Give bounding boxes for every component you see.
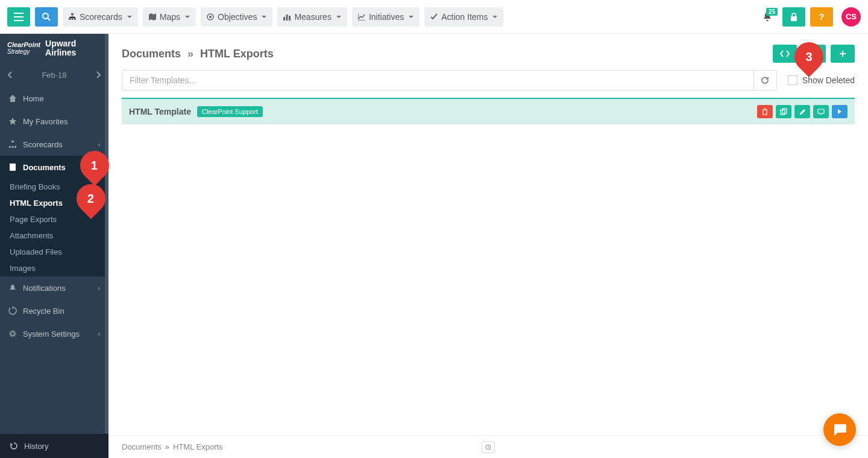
svg-rect-8	[286, 14, 288, 21]
svg-rect-7	[283, 17, 285, 21]
caret-icon	[336, 16, 341, 18]
lock-icon	[790, 13, 797, 21]
show-deleted-toggle[interactable]: Show Deleted	[788, 75, 855, 85]
chevron-left-icon: ‹	[98, 285, 100, 291]
sidebar-subitem-images[interactable]: Images	[0, 260, 108, 276]
sidebar-item-home[interactable]: Home	[0, 87, 108, 110]
period-prev[interactable]	[7, 71, 12, 78]
gear-icon	[8, 329, 17, 338]
caret-icon	[185, 16, 190, 18]
menu-action-items[interactable]: Action Items	[424, 7, 503, 27]
code-icon	[780, 49, 790, 58]
svg-rect-20	[818, 109, 824, 113]
caret-icon	[262, 16, 266, 18]
breadcrumb-sep: »	[187, 48, 193, 60]
history-icon	[10, 442, 18, 450]
footer-sep: »	[165, 442, 169, 451]
sidebar-item-label: Recycle Bin	[23, 307, 64, 316]
history-button[interactable]: History	[0, 434, 108, 458]
sidebar-item-notifications[interactable]: Notifications ‹	[0, 276, 108, 299]
help-button[interactable]: ?	[810, 7, 833, 27]
map-icon	[149, 13, 156, 21]
preview-button[interactable]	[813, 105, 829, 118]
checkbox[interactable]	[788, 75, 797, 85]
chart-icon	[358, 13, 365, 21]
avatar[interactable]: CS	[841, 7, 861, 27]
footer-current: HTML Exports	[173, 442, 223, 451]
svg-rect-9	[289, 16, 291, 21]
template-list: HTML Template ClearPoint Support	[122, 98, 855, 124]
page-header: Documents » HTML Exports	[108, 34, 868, 70]
run-button[interactable]	[832, 105, 848, 118]
sidebar-item-label: Home	[23, 94, 44, 103]
clock-button[interactable]	[482, 441, 495, 453]
refresh-icon	[761, 76, 769, 84]
sidebar: ClearPoint Strategy Upward Airlines Feb-…	[0, 34, 108, 458]
search-button[interactable]	[35, 7, 58, 27]
row-title: HTML Template	[129, 107, 191, 116]
export-button[interactable]	[773, 45, 797, 63]
brand-name: Upward Airlines	[45, 39, 76, 58]
search-icon	[42, 13, 51, 21]
sidebar-item-recycle-bin[interactable]: Recycle Bin	[0, 299, 108, 322]
caret-icon	[127, 16, 132, 18]
star-icon	[8, 117, 17, 126]
delete-button[interactable]	[757, 105, 773, 118]
svg-rect-2	[69, 18, 71, 20]
hamburger-button[interactable]	[7, 7, 30, 27]
chat-button[interactable]	[823, 413, 856, 446]
svg-rect-3	[72, 18, 74, 20]
recycle-icon	[8, 307, 17, 315]
sidebar-item-favorites[interactable]: My Favorites	[0, 110, 108, 133]
duplicate-button[interactable]	[776, 105, 791, 118]
lock-button[interactable]	[782, 7, 805, 27]
menu-label: Scorecards	[80, 12, 122, 22]
main: Documents » HTML Exports Show Deleted	[108, 34, 868, 458]
svg-rect-14	[14, 146, 16, 148]
topbar: Scorecards Maps Objectives Measures Init…	[0, 0, 868, 34]
chevron-left-icon: ‹	[98, 141, 100, 148]
filter-input[interactable]	[122, 70, 754, 91]
svg-point-0	[43, 13, 48, 19]
chat-icon	[832, 422, 848, 437]
edit-button[interactable]	[794, 105, 810, 118]
brand-logo: ClearPoint Strategy	[7, 42, 40, 55]
notification-button[interactable]: 25	[762, 11, 773, 22]
sitemap-icon	[69, 13, 76, 21]
list-row[interactable]: HTML Template ClearPoint Support	[122, 99, 855, 124]
sidebar-nav: Home My Favorites Scorecards ‹ Documents…	[0, 87, 108, 434]
breadcrumb: Documents » HTML Exports	[122, 48, 274, 60]
sidebar-item-system-settings[interactable]: System Settings ‹	[0, 322, 108, 345]
refresh-button[interactable]	[754, 70, 777, 91]
monitor-icon	[817, 109, 825, 115]
menu-label: Objectives	[218, 12, 257, 22]
breadcrumb-root[interactable]: Documents	[122, 48, 181, 60]
svg-rect-4	[74, 18, 76, 20]
menu-label: Maps	[160, 12, 180, 22]
period-next[interactable]	[96, 71, 101, 78]
svg-rect-11	[11, 141, 14, 142]
filter-row: Show Deleted	[122, 70, 855, 91]
sidebar-item-label: System Settings	[23, 329, 80, 339]
sidebar-item-label: My Favorites	[23, 117, 68, 126]
menu-icon	[14, 13, 24, 21]
footer-root[interactable]: Documents	[122, 442, 162, 451]
bell-icon	[8, 284, 17, 292]
svg-rect-1	[71, 13, 74, 15]
add-button[interactable]	[831, 45, 855, 63]
svg-rect-13	[12, 146, 14, 148]
sidebar-subitem-uploaded-files[interactable]: Uploaded Files	[0, 244, 108, 260]
svg-rect-12	[9, 146, 11, 148]
history-label: History	[24, 442, 48, 451]
menu-measures[interactable]: Measures	[277, 7, 347, 27]
chevron-left-icon	[7, 71, 12, 78]
sidebar-item-label: Notifications	[23, 284, 66, 293]
menu-scorecards[interactable]: Scorecards	[63, 7, 138, 27]
period-label[interactable]: Feb-18	[42, 71, 66, 80]
sidebar-subitem-attachments[interactable]: Attachments	[0, 227, 108, 244]
plus-icon	[839, 50, 846, 57]
menu-initiatives[interactable]: Initiatives	[352, 7, 420, 27]
menu-objectives[interactable]: Objectives	[201, 7, 272, 27]
chevron-left-icon: ‹	[98, 331, 100, 337]
menu-maps[interactable]: Maps	[143, 7, 196, 27]
